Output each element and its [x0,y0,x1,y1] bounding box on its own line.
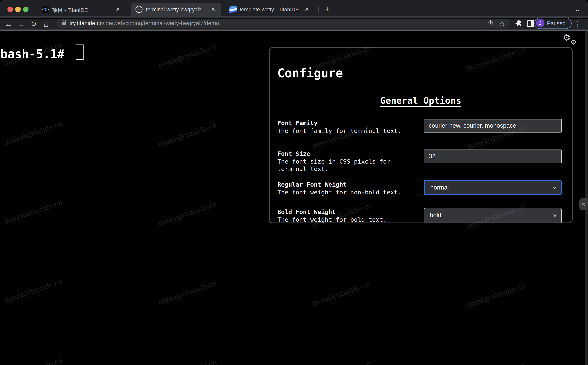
tab-title: template-wetty - TitanIDE [240,7,299,13]
close-icon[interactable]: ✕ [211,6,215,13]
terminal-prompt: bash-5.1# [0,47,64,61]
regular-font-weight-select[interactable]: normal∨ [424,180,562,195]
font-family-input[interactable]: courier-new, courier, monospace [424,119,562,133]
settings-gear-icon[interactable]: ⚙ [563,32,571,43]
url-path: /ide/web/coding/terminal-wetty-bwqryafz/… [103,20,219,26]
collapsed-side-panel-strip [585,31,588,365]
side-panel-toggle-handle[interactable]: < [579,198,588,211]
font-family-desc: The font family for terminal text. [277,127,412,134]
watermark-text: demo@titanide.cn [311,280,372,308]
watermark-text: demo@titanide.cn [466,361,526,365]
tab-terminal-wetty[interactable]: ›_ terminal-wetty-bwqryafz - Tita ✕ [131,3,221,16]
watermark-text: demo@titanide.cn [3,356,63,365]
watermark-text: demo@titanide.cn [157,121,217,148]
watermark-text: demo@titanide.cn [157,279,217,306]
panel-title: Configure [277,66,343,80]
tab-title: 项目 - TitanIDE [52,7,88,14]
url-text[interactable]: try.titanide.cn/ide/web/coding/terminal-… [70,20,219,27]
browser-window: <t> 项目 - TitanIDE ✕ ›_ terminal-wetty-bw… [0,0,588,365]
font-size-desc: The font size in CSS pixels for terminal… [277,158,412,173]
watermark-text: demo@titanide.cn [311,359,372,365]
regular-font-weight-label: Regular Font Weight [277,181,412,188]
address-bar[interactable]: try.titanide.cn/ide/web/coding/terminal-… [56,19,510,28]
watermark-text: demo@titanide.cn [466,282,526,309]
close-icon[interactable]: ✕ [116,6,120,13]
watermark-text: demo@titanide.cn [157,42,217,70]
tab-divider [318,6,319,13]
side-panel-icon[interactable] [527,20,534,27]
font-family-label: Font Family [277,119,412,127]
watermark-text: demo@titanide.cn [3,119,63,147]
chevron-down-icon: ∨ [553,210,557,221]
url-host: try.titanide.cn [70,20,103,26]
section-heading: General Options [270,95,572,106]
settings-gear-small-icon[interactable]: ⚙ [570,38,576,46]
share-icon[interactable] [486,19,495,27]
avatar: J [536,19,545,27]
code-t-icon: <t> [42,6,49,13]
terminal-icon: ›_ [135,6,142,13]
tab-template-wetty[interactable]: ‹› template-wetty - TitanIDE ✕ [225,3,315,16]
profile-status-label: Paused [547,20,566,27]
watermark-text: demo@titanide.cn [157,358,217,365]
close-icon[interactable]: ✕ [305,6,309,13]
chevron-down-icon[interactable]: ⌄ [570,4,585,15]
font-size-input[interactable]: 32 [424,149,562,163]
toolbar: ← → ↻ ⌂ try.titanide.cn/ide/web/coding/t… [0,19,588,29]
extensions-puzzle-icon[interactable] [515,20,523,28]
tab-project[interactable]: <t> 项目 - TitanIDE ✕ [37,3,128,16]
close-window-button[interactable] [7,7,13,12]
tab-title-fade [194,6,207,13]
bold-font-weight-label: Bold Font Weight [277,208,412,216]
font-size-label: Font Size [277,150,412,157]
watermark-text: demo@titanide.cn [157,200,217,227]
configure-panel: Configure General Options Font Family Th… [269,47,573,223]
watermark-text: demo@titanide.cn [3,198,63,226]
regular-font-weight-desc: The font weight for non-bold text. [277,189,412,196]
new-tab-button[interactable]: + [322,3,333,16]
toolbar-bottom-band [0,29,588,30]
bold-font-weight-desc: The font weight for bold text. [277,216,412,223]
chevron-down-icon: ∨ [552,183,557,193]
terminal-cursor[interactable] [76,44,84,60]
bold-font-weight-select[interactable]: bold∨ [424,208,562,223]
terminal-page: bash-5.1# ⚙ ⚙ Configure General Options … [0,31,588,365]
profile-paused-badge[interactable]: J Paused [534,18,572,29]
tab-strip: <t> 项目 - TitanIDE ✕ ›_ terminal-wetty-bw… [0,0,588,18]
layers-icon: ‹› [229,6,237,14]
lock-icon[interactable] [62,22,66,25]
fullscreen-window-button[interactable] [23,7,28,12]
watermark-text: demo@titanide.cn [3,277,63,304]
screen: <t> 项目 - TitanIDE ✕ ›_ terminal-wetty-bw… [0,0,588,365]
bookmark-star-icon[interactable]: ☆ [498,19,506,27]
minimize-window-button[interactable] [15,7,21,12]
